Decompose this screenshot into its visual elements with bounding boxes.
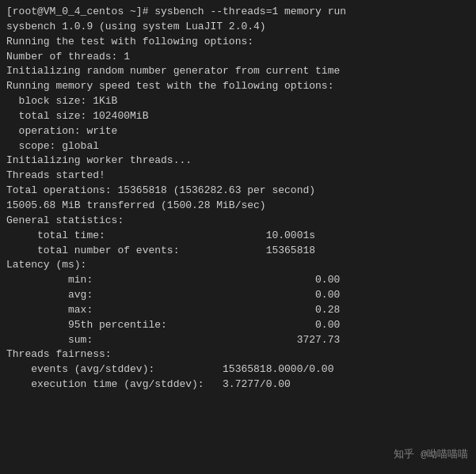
terminal-output: [root@VM_0_4_centos ~]# sysbench --threa…	[6, 5, 470, 392]
terminal-line: Total operations: 15365818 (1536282.63 p…	[6, 184, 470, 199]
terminal-line: scope: global	[6, 139, 470, 154]
terminal-line: events (avg/stddev): 15365818.0000/0.00	[6, 362, 470, 377]
terminal-line: 15005.68 MiB transferred (1500.28 MiB/se…	[6, 199, 470, 214]
watermark: 知乎 @呦喵喵喵	[394, 448, 468, 463]
terminal-line: 95th percentile: 0.00	[6, 318, 470, 333]
terminal-line: Initializing random number generator fro…	[6, 64, 470, 79]
terminal-line: Latency (ms):	[6, 258, 470, 273]
terminal-line: sum: 3727.73	[6, 333, 470, 348]
terminal-line: Number of threads: 1	[6, 50, 470, 65]
terminal-line: Threads started!	[6, 169, 470, 184]
terminal-line: [root@VM_0_4_centos ~]# sysbench --threa…	[6, 5, 470, 20]
terminal-line: min: 0.00	[6, 273, 470, 288]
terminal-line: total time: 10.0001s	[6, 229, 470, 244]
terminal-line: block size: 1KiB	[6, 94, 470, 109]
terminal-line: Running memory speed test with the follo…	[6, 79, 470, 94]
terminal-line: max: 0.28	[6, 303, 470, 318]
terminal-line: total number of events: 15365818	[6, 244, 470, 259]
terminal-line: avg: 0.00	[6, 288, 470, 303]
terminal-line: General statistics:	[6, 214, 470, 229]
terminal-line: Running the test with following options:	[6, 35, 470, 50]
terminal-window: [root@VM_0_4_centos ~]# sysbench --threa…	[0, 0, 476, 474]
terminal-line: execution time (avg/stddev): 3.7277/0.00	[6, 377, 470, 392]
terminal-line: Initializing worker threads...	[6, 154, 470, 169]
terminal-line: total size: 102400MiB	[6, 109, 470, 124]
terminal-line: sysbench 1.0.9 (using system LuaJIT 2.0.…	[6, 20, 470, 35]
terminal-line: operation: write	[6, 124, 470, 139]
terminal-line: Threads fairness:	[6, 347, 470, 362]
